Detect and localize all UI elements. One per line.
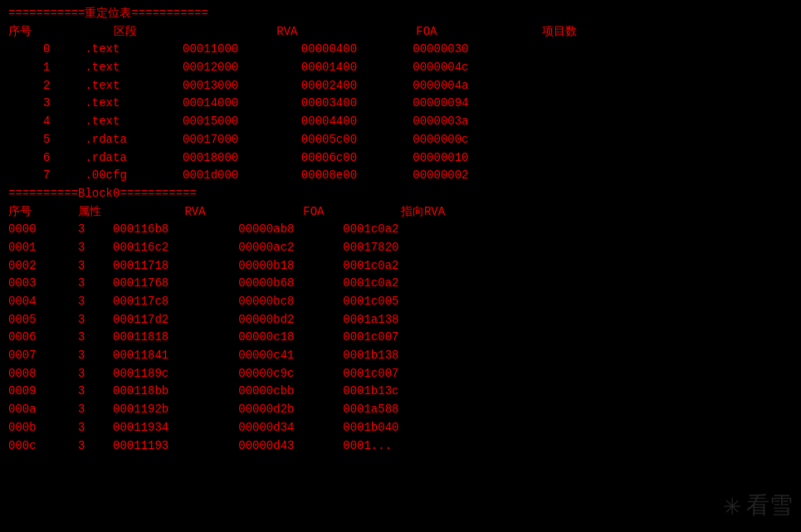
block0-row: 000c 3 00011193 00000d43 0001... <box>8 437 793 456</box>
reloc-row: 7 .00cfg 0001d000 00008e00 00000002 <box>8 167 793 185</box>
reloc-row: 6 .rdata 00018000 00006c00 00000010 <box>8 149 793 168</box>
col-section: 区段 <box>114 25 137 38</box>
block0-row: 0000 3 000116b8 00000ab8 0001c0a2 <box>8 221 793 239</box>
block0-row: 0001 3 000116c2 00000ac2 00017820 <box>8 239 793 257</box>
b-col-ptr-rva: 指向RVA <box>401 205 445 218</box>
col-rva: RVA <box>276 25 297 38</box>
block0-row: 0004 3 000117c8 00000bc8 0001c005 <box>8 293 793 311</box>
watermark: ✳ 看雪 <box>723 487 793 524</box>
block0-row: 0003 3 00011768 00000b68 0001c0a2 <box>8 275 793 293</box>
block0-row: 0009 3 000118bb 00000cbb 0001b13c <box>8 383 793 401</box>
col-foa: FOA <box>416 25 437 38</box>
col-count: 项目数 <box>542 25 577 38</box>
watermark-text: 看雪 <box>746 490 793 521</box>
reloc-row: 5 .rdata 00017000 00005c00 0000000c <box>8 131 793 149</box>
b-col-foa: FOA <box>303 205 324 218</box>
watermark-snowflake: ✳ <box>723 487 741 524</box>
b-col-seq: 序号 <box>8 203 50 222</box>
reloc-row: 2 .text 00013000 00002400 0000004a <box>8 77 793 95</box>
block0-section: ==========Block0=========== 序号 属性 RVA FO… <box>8 185 793 221</box>
reloc-row: 1 .text 00012000 00001400 0000004c <box>8 59 793 77</box>
reloc-table-section: ===========重定位表=========== 序号 区段 RVA FOA… <box>8 5 793 41</box>
block0-col-header-row: 序号 属性 RVA FOA 指向RVA <box>8 205 445 218</box>
block0-row: 0006 3 00011818 00000c18 0001c007 <box>8 329 793 347</box>
block0-row: 0005 3 000117d2 00000bd2 0001a138 <box>8 311 793 329</box>
reloc-row: 0 .text 00011000 00000400 00000030 <box>8 41 793 59</box>
col-seq: 序号 <box>8 23 58 41</box>
block0-header: ==========Block0=========== <box>8 187 197 200</box>
col-header-row: 序号 区段 RVA FOA 项目数 <box>8 25 577 38</box>
block0-row: 0008 3 0001189c 00000c9c 0001c007 <box>8 365 793 383</box>
reloc-row: 3 .text 00014000 00003400 00000094 <box>8 95 793 113</box>
block0-row: 0007 3 00011841 00000c41 0001b138 <box>8 347 793 365</box>
main-content: ===========重定位表=========== 序号 区段 RVA FOA… <box>0 0 801 460</box>
block0-table-rows: 0000 3 000116b8 00000ab8 0001c0a20001 3 … <box>8 221 793 455</box>
block0-row: 000b 3 00011934 00000d34 0001b040 <box>8 419 793 437</box>
block0-row: 000a 3 0001192b 00000d2b 0001a588 <box>8 401 793 419</box>
reloc-row: 4 .text 00015000 00004400 0000003a <box>8 113 793 131</box>
b-col-attr: 属性 <box>78 205 101 218</box>
reloc-table-rows: 0 .text 00011000 00000400 00000030 1 .te… <box>8 41 793 185</box>
block0-row: 0002 3 00011718 00000b18 0001c0a2 <box>8 257 793 276</box>
reloc-header: ===========重定位表=========== <box>8 7 208 20</box>
b-col-rva: RVA <box>184 205 205 218</box>
